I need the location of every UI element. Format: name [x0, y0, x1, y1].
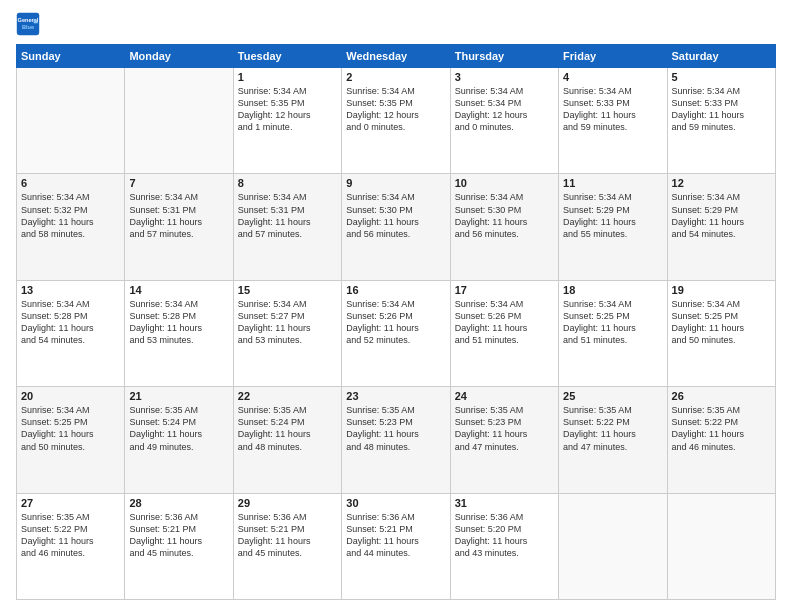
cell-info-line: Daylight: 11 hours: [455, 428, 554, 440]
cell-info-line: and 45 minutes.: [129, 547, 228, 559]
day-number: 5: [672, 71, 771, 83]
weekday-header-monday: Monday: [125, 45, 233, 68]
cell-info-line: Sunrise: 5:36 AM: [238, 511, 337, 523]
cell-info-line: Daylight: 11 hours: [672, 428, 771, 440]
day-number: 22: [238, 390, 337, 402]
cell-info-line: and 59 minutes.: [672, 121, 771, 133]
cell-info-line: Daylight: 11 hours: [21, 216, 120, 228]
logo: General Blue: [16, 12, 44, 36]
cell-info-line: Sunrise: 5:34 AM: [238, 191, 337, 203]
header: General Blue: [16, 12, 776, 36]
cell-info-line: Sunset: 5:34 PM: [455, 97, 554, 109]
cell-info-line: Daylight: 12 hours: [346, 109, 445, 121]
cell-info-line: Sunset: 5:24 PM: [129, 416, 228, 428]
cell-info-line: Daylight: 11 hours: [346, 216, 445, 228]
calendar-cell: 29Sunrise: 5:36 AMSunset: 5:21 PMDayligh…: [233, 493, 341, 599]
cell-info-line: Sunrise: 5:34 AM: [129, 298, 228, 310]
day-number: 15: [238, 284, 337, 296]
calendar-cell: 11Sunrise: 5:34 AMSunset: 5:29 PMDayligh…: [559, 174, 667, 280]
calendar-cell: 21Sunrise: 5:35 AMSunset: 5:24 PMDayligh…: [125, 387, 233, 493]
cell-info-line: Sunrise: 5:34 AM: [672, 298, 771, 310]
calendar-cell: 10Sunrise: 5:34 AMSunset: 5:30 PMDayligh…: [450, 174, 558, 280]
day-number: 27: [21, 497, 120, 509]
cell-info-line: Daylight: 11 hours: [563, 322, 662, 334]
cell-info-line: Sunrise: 5:34 AM: [563, 191, 662, 203]
cell-info-line: Sunset: 5:26 PM: [346, 310, 445, 322]
calendar-cell: 28Sunrise: 5:36 AMSunset: 5:21 PMDayligh…: [125, 493, 233, 599]
cell-info-line: Sunrise: 5:35 AM: [21, 511, 120, 523]
day-number: 23: [346, 390, 445, 402]
day-number: 14: [129, 284, 228, 296]
calendar-week-2: 6Sunrise: 5:34 AMSunset: 5:32 PMDaylight…: [17, 174, 776, 280]
day-number: 16: [346, 284, 445, 296]
cell-info-line: Sunrise: 5:34 AM: [21, 298, 120, 310]
cell-info-line: and 52 minutes.: [346, 334, 445, 346]
calendar-cell: 8Sunrise: 5:34 AMSunset: 5:31 PMDaylight…: [233, 174, 341, 280]
cell-info-line: and 59 minutes.: [563, 121, 662, 133]
cell-info-line: Daylight: 11 hours: [238, 535, 337, 547]
cell-info-line: Sunrise: 5:34 AM: [563, 298, 662, 310]
calendar-week-5: 27Sunrise: 5:35 AMSunset: 5:22 PMDayligh…: [17, 493, 776, 599]
cell-info-line: Sunset: 5:25 PM: [21, 416, 120, 428]
cell-info-line: and 51 minutes.: [563, 334, 662, 346]
day-number: 21: [129, 390, 228, 402]
cell-info-line: Sunrise: 5:34 AM: [455, 298, 554, 310]
cell-info-line: and 53 minutes.: [238, 334, 337, 346]
cell-info-line: Sunrise: 5:34 AM: [455, 191, 554, 203]
calendar-cell: 19Sunrise: 5:34 AMSunset: 5:25 PMDayligh…: [667, 280, 775, 386]
cell-info-line: Sunrise: 5:35 AM: [129, 404, 228, 416]
cell-info-line: Daylight: 11 hours: [238, 322, 337, 334]
calendar-cell: 9Sunrise: 5:34 AMSunset: 5:30 PMDaylight…: [342, 174, 450, 280]
cell-info-line: and 0 minutes.: [346, 121, 445, 133]
cell-info-line: Sunset: 5:25 PM: [672, 310, 771, 322]
day-number: 29: [238, 497, 337, 509]
cell-info-line: Sunrise: 5:35 AM: [672, 404, 771, 416]
calendar-week-4: 20Sunrise: 5:34 AMSunset: 5:25 PMDayligh…: [17, 387, 776, 493]
cell-info-line: and 49 minutes.: [129, 441, 228, 453]
cell-info-line: and 48 minutes.: [238, 441, 337, 453]
cell-info-line: Sunrise: 5:34 AM: [346, 191, 445, 203]
day-number: 2: [346, 71, 445, 83]
cell-info-line: Sunset: 5:22 PM: [563, 416, 662, 428]
cell-info-line: Daylight: 11 hours: [672, 216, 771, 228]
cell-info-line: and 50 minutes.: [21, 441, 120, 453]
cell-info-line: Sunrise: 5:34 AM: [21, 404, 120, 416]
cell-info-line: Sunset: 5:26 PM: [455, 310, 554, 322]
weekday-header-sunday: Sunday: [17, 45, 125, 68]
cell-info-line: and 51 minutes.: [455, 334, 554, 346]
cell-info-line: Sunrise: 5:34 AM: [672, 191, 771, 203]
day-number: 18: [563, 284, 662, 296]
calendar-cell: [667, 493, 775, 599]
cell-info-line: Sunrise: 5:34 AM: [238, 298, 337, 310]
cell-info-line: and 54 minutes.: [21, 334, 120, 346]
cell-info-line: and 45 minutes.: [238, 547, 337, 559]
cell-info-line: Sunrise: 5:35 AM: [238, 404, 337, 416]
cell-info-line: Sunset: 5:33 PM: [563, 97, 662, 109]
day-number: 6: [21, 177, 120, 189]
cell-info-line: Sunrise: 5:35 AM: [563, 404, 662, 416]
cell-info-line: and 57 minutes.: [238, 228, 337, 240]
day-number: 24: [455, 390, 554, 402]
cell-info-line: Daylight: 11 hours: [563, 109, 662, 121]
cell-info-line: Daylight: 11 hours: [563, 428, 662, 440]
calendar-cell: 27Sunrise: 5:35 AMSunset: 5:22 PMDayligh…: [17, 493, 125, 599]
day-number: 13: [21, 284, 120, 296]
calendar-cell: 18Sunrise: 5:34 AMSunset: 5:25 PMDayligh…: [559, 280, 667, 386]
weekday-header-row: SundayMondayTuesdayWednesdayThursdayFrid…: [17, 45, 776, 68]
cell-info-line: Sunset: 5:31 PM: [238, 204, 337, 216]
cell-info-line: Sunrise: 5:36 AM: [346, 511, 445, 523]
svg-text:Blue: Blue: [22, 24, 34, 30]
cell-info-line: Sunset: 5:32 PM: [21, 204, 120, 216]
cell-info-line: Daylight: 11 hours: [238, 216, 337, 228]
cell-info-line: Sunset: 5:28 PM: [21, 310, 120, 322]
calendar-cell: 24Sunrise: 5:35 AMSunset: 5:23 PMDayligh…: [450, 387, 558, 493]
cell-info-line: Sunset: 5:21 PM: [129, 523, 228, 535]
calendar-cell: 20Sunrise: 5:34 AMSunset: 5:25 PMDayligh…: [17, 387, 125, 493]
cell-info-line: Daylight: 11 hours: [672, 322, 771, 334]
cell-info-line: Daylight: 11 hours: [21, 428, 120, 440]
weekday-header-friday: Friday: [559, 45, 667, 68]
calendar-cell: 2Sunrise: 5:34 AMSunset: 5:35 PMDaylight…: [342, 68, 450, 174]
cell-info-line: and 43 minutes.: [455, 547, 554, 559]
cell-info-line: Sunrise: 5:36 AM: [455, 511, 554, 523]
cell-info-line: and 55 minutes.: [563, 228, 662, 240]
